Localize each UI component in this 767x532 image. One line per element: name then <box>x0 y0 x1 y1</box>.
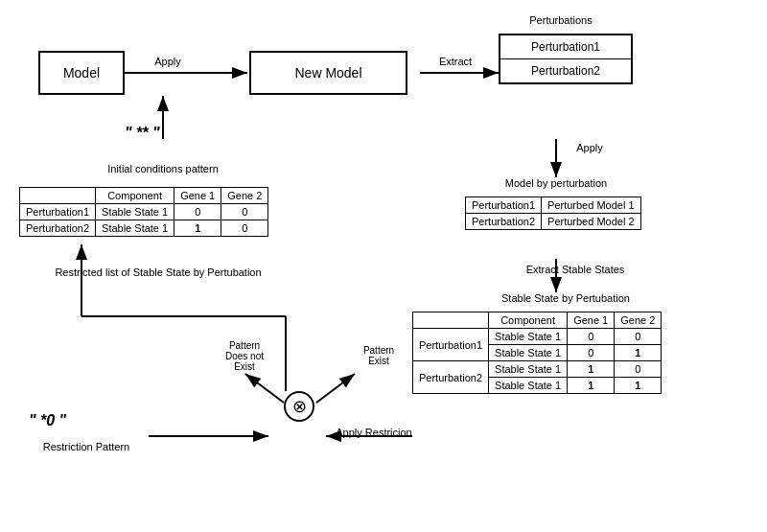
new-model-box: New Model <box>249 51 407 95</box>
stable-state-label: Stable State by Pertubation <box>470 292 662 304</box>
restricted-list-table: Component Gene 1 Gene 2 Perturbation1 St… <box>19 187 268 237</box>
pattern-does-not-exist-label: PatternDoes notExist <box>206 340 283 372</box>
apply-restriction-label: Apply Restricion <box>326 427 422 438</box>
model-box: Model <box>38 51 125 95</box>
restriction-pattern-label: Restriction Pattern <box>29 441 144 452</box>
perturbations-label: Perturbations <box>503 14 618 26</box>
svg-line-9 <box>245 374 284 403</box>
new-model-label: New Model <box>294 65 361 81</box>
extract-stable-states-label: Extract Stable States <box>489 264 662 275</box>
svg-line-8 <box>316 374 355 403</box>
model-by-perturbation-table: Perturbation1 Perturbed Model 1 Perturba… <box>465 197 641 230</box>
perturbation-1: Perturbation1 <box>500 35 631 59</box>
model-by-perturbation-label: Model by perturbation <box>470 177 642 189</box>
perturbation-2: Perturbation2 <box>500 59 631 82</box>
apply-label-2: Apply <box>561 142 618 153</box>
stable-state-table: Component Gene 1 Gene 2 Perturbation1 St… <box>412 312 662 394</box>
perturbations-box: Perturbation1 Perturbation2 <box>499 34 633 84</box>
initial-conditions-label: Initial conditions pattern <box>96 163 230 174</box>
pattern-asterisks: " ** " <box>125 125 160 142</box>
restriction-pattern-value: " *0 " <box>29 412 66 429</box>
restricted-list-label: Restricted list of Stable State by Pertu… <box>19 266 297 278</box>
extract-label: Extract <box>427 56 484 67</box>
apply-label-1: Apply <box>139 56 197 67</box>
otimes-symbol: ⊗ <box>284 391 314 422</box>
model-label: Model <box>63 65 100 81</box>
pattern-exist-label: PatternExist <box>345 345 412 366</box>
